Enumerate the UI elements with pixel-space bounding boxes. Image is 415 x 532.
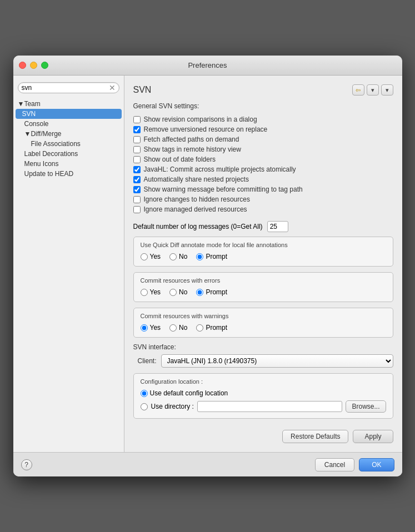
default-config-option: Use default config location xyxy=(141,389,386,397)
main-panel: SVN ⇦ ▾ ▾ General SVN settings: Sh xyxy=(124,76,402,452)
commit-errors-no-radio[interactable] xyxy=(169,289,177,296)
sidebar-item-diffmerge[interactable]: ▼Diff/Merge xyxy=(13,129,124,139)
content-area: ✕ ▼Team SVN Console ▼Diff/Merge File Ass… xyxy=(13,76,402,452)
checkbox-show-tags: Show tags in remote history view xyxy=(133,144,393,154)
window-title: Preferences xyxy=(188,61,227,69)
back-button[interactable]: ⇦ xyxy=(352,84,364,96)
search-clear-icon[interactable]: ✕ xyxy=(109,84,116,92)
config-group: Configuration location : Use default con… xyxy=(133,373,393,419)
maximize-button[interactable] xyxy=(41,62,48,69)
checkbox-show-tags-label: Show tags in remote history view xyxy=(144,145,241,153)
checkbox-show-warning-label: Show warning message before committing t… xyxy=(144,185,303,193)
apply-button[interactable]: Apply xyxy=(353,430,393,443)
directory-input[interactable] xyxy=(197,401,343,412)
quick-diff-prompt-radio[interactable] xyxy=(196,253,203,260)
commit-errors-radio-row: Yes No Prompt xyxy=(141,288,386,296)
interface-label: SVN interface: xyxy=(133,343,393,351)
quick-diff-yes-label: Yes xyxy=(150,253,161,260)
commit-warnings-label: Commit resources with warnings xyxy=(141,313,386,319)
checkbox-remove-unversioned-input[interactable] xyxy=(133,126,141,133)
search-input[interactable] xyxy=(22,84,109,92)
log-messages-label: Default number of log messages (0=Get Al… xyxy=(133,223,263,230)
checkbox-javahl-commit-label: JavaHL: Commit across multiple projects … xyxy=(144,165,296,173)
commit-warnings-prompt-radio[interactable] xyxy=(196,324,203,332)
checkbox-show-revision-label: Show revision comparisons in a dialog xyxy=(144,116,257,123)
commit-errors-label: Commit resources with errors xyxy=(141,277,386,284)
checkbox-javahl-commit: JavaHL: Commit across multiple projects … xyxy=(133,164,393,174)
checkbox-show-warning-input[interactable] xyxy=(133,186,141,193)
traffic-lights xyxy=(19,62,48,69)
browse-button[interactable]: Browse... xyxy=(346,400,386,413)
close-button[interactable] xyxy=(19,62,26,69)
minimize-button[interactable] xyxy=(30,62,37,69)
checkbox-show-out-of-date-label: Show out of date folders xyxy=(144,155,216,163)
log-messages-row: Default number of log messages (0=Get Al… xyxy=(133,221,393,232)
checkbox-show-revision: Show revision comparisons in a dialog xyxy=(133,114,393,124)
help-button[interactable]: ? xyxy=(21,459,32,470)
checkbox-show-out-of-date-input[interactable] xyxy=(133,156,141,163)
sidebar-item-menuicons[interactable]: Menu Icons xyxy=(13,159,124,169)
quick-diff-radio-row: Yes No Prompt xyxy=(141,253,386,260)
commit-warnings-no-radio[interactable] xyxy=(169,324,177,332)
quick-diff-yes-radio[interactable] xyxy=(141,253,148,260)
checkbox-show-tags-input[interactable] xyxy=(133,146,141,153)
directory-row: Use directory : Browse... xyxy=(141,400,386,413)
sidebar-item-labeldecorations[interactable]: Label Decorations xyxy=(13,149,124,159)
title-bar: Preferences xyxy=(13,56,402,76)
preferences-window: Preferences ✕ ▼Team SVN Console ▼Diff/Me… xyxy=(13,56,402,476)
commit-warnings-no: No xyxy=(169,324,187,332)
sidebar-item-svn[interactable]: SVN xyxy=(16,109,122,119)
commit-warnings-no-label: No xyxy=(179,324,187,332)
ok-button[interactable]: OK xyxy=(359,458,394,471)
checkbox-javahl-commit-input[interactable] xyxy=(133,166,141,173)
quick-diff-no-radio[interactable] xyxy=(169,253,177,260)
sidebar-item-team[interactable]: ▼Team xyxy=(13,99,124,109)
checkbox-fetch-affected: Fetch affected paths on demand xyxy=(133,134,393,144)
client-row: Client: JavaHL (JNI) 1.8.0 (r1490375) xyxy=(138,354,393,368)
checkbox-fetch-affected-input[interactable] xyxy=(133,136,141,143)
sidebar-item-fileassociations[interactable]: File Associations xyxy=(13,139,124,149)
checkbox-show-revision-input[interactable] xyxy=(133,116,141,123)
quick-diff-label: Use Quick Diff annotate mode for local f… xyxy=(141,242,386,248)
checkbox-ignore-managed-label: Ignore managed derived resources xyxy=(144,205,247,213)
use-directory-label: Use directory : xyxy=(151,403,194,410)
search-box[interactable]: ✕ xyxy=(18,82,119,93)
checkbox-auto-share-input[interactable] xyxy=(133,176,141,183)
menu-button[interactable]: ▾ xyxy=(381,84,393,96)
checkbox-ignore-managed: Ignore managed derived resources xyxy=(133,204,393,214)
quick-diff-no-label: No xyxy=(179,253,187,260)
log-messages-input[interactable] xyxy=(267,221,288,232)
sidebar: ✕ ▼Team SVN Console ▼Diff/Merge File Ass… xyxy=(13,76,124,452)
sidebar-item-console[interactable]: Console xyxy=(13,119,124,129)
commit-errors-prompt-radio[interactable] xyxy=(196,289,203,296)
commit-warnings-yes: Yes xyxy=(141,324,161,332)
quick-diff-prompt: Prompt xyxy=(196,253,227,260)
checkbox-ignore-managed-input[interactable] xyxy=(133,206,141,213)
commit-errors-yes-radio[interactable] xyxy=(141,289,148,296)
checkbox-ignore-hidden-label: Ignore changes to hidden resources xyxy=(144,195,250,203)
client-select[interactable]: JavaHL (JNI) 1.8.0 (r1490375) xyxy=(161,354,393,368)
commit-errors-group: Commit resources with errors Yes No Prom… xyxy=(133,272,393,302)
menu-icon: ▾ xyxy=(386,87,389,94)
panel-title: SVN ⇦ ▾ ▾ xyxy=(133,84,393,96)
checkbox-show-warning: Show warning message before committing t… xyxy=(133,184,393,194)
sidebar-item-updatetohead[interactable]: Update to HEAD xyxy=(13,169,124,179)
checkbox-auto-share: Automatically share nested projects xyxy=(133,174,393,184)
footer: ? Cancel OK xyxy=(13,452,402,476)
forward-button[interactable]: ▾ xyxy=(367,84,379,96)
panel-title-text: SVN xyxy=(133,85,152,95)
quick-diff-prompt-label: Prompt xyxy=(206,253,227,260)
checkbox-fetch-affected-label: Fetch affected paths on demand xyxy=(144,135,239,143)
cancel-button[interactable]: Cancel xyxy=(315,458,354,471)
config-location-label: Configuration location : xyxy=(141,378,386,385)
restore-defaults-button[interactable]: Restore Defaults xyxy=(282,430,348,443)
use-directory-radio[interactable] xyxy=(141,403,148,410)
default-config-radio[interactable] xyxy=(141,390,148,397)
quick-diff-group: Use Quick Diff annotate mode for local f… xyxy=(133,237,393,267)
commit-errors-no-label: No xyxy=(179,288,187,296)
commit-warnings-group: Commit resources with warnings Yes No Pr… xyxy=(133,308,393,338)
checkbox-ignore-hidden-input[interactable] xyxy=(133,196,141,203)
checkbox-remove-unversioned: Remove unversioned resource on replace xyxy=(133,124,393,134)
commit-warnings-yes-radio[interactable] xyxy=(141,324,148,332)
client-label: Client: xyxy=(138,357,157,365)
